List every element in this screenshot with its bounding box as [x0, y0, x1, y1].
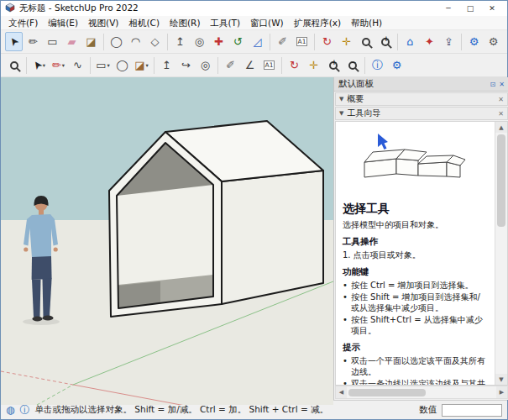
zoom-icon: [362, 38, 370, 46]
line-alt-button[interactable]: ✏▾: [50, 55, 67, 75]
model-info-button[interactable]: ⓘ: [369, 55, 386, 75]
scroll-up-icon[interactable]: ▲: [495, 122, 507, 133]
menu-help[interactable]: 帮助(H): [346, 16, 387, 29]
paint-bucket-button[interactable]: ◪: [82, 32, 100, 51]
settings-icon: ⚙: [392, 60, 402, 71]
protractor-button[interactable]: ∠: [241, 55, 259, 75]
preferences-button[interactable]: ⚙: [484, 32, 502, 51]
move-button[interactable]: ✚: [210, 32, 228, 51]
freehand-button[interactable]: ∿: [69, 55, 86, 75]
text-button[interactable]: A1: [260, 55, 278, 75]
paint-bucket-alt-icon: ◪: [134, 60, 144, 71]
scroll-left-icon[interactable]: ◀: [336, 386, 347, 398]
eraser-button[interactable]: ▰: [63, 32, 81, 51]
menu-window[interactable]: 窗口(W): [245, 16, 289, 29]
scrollbar-thumb-horizontal[interactable]: [348, 389, 426, 396]
rectangle-alt-button[interactable]: ▭▾: [94, 55, 112, 75]
tape-measure-button[interactable]: ✐: [274, 32, 291, 51]
offset-alt-button[interactable]: ◎: [196, 55, 214, 75]
zoom-extents-button[interactable]: +: [376, 32, 394, 51]
pan-alt-button[interactable]: ✛: [305, 55, 322, 75]
title-bar: 无标题 - SketchUp Pro 2022 ─ □ ✕: [1, 1, 507, 16]
push-pull-alt-button[interactable]: ↥: [158, 55, 175, 75]
menu-camera[interactable]: 相机(C): [123, 16, 165, 29]
send-to-layout-button[interactable]: ⇪: [440, 32, 458, 51]
three-d-warehouse-button[interactable]: ⌂: [401, 32, 419, 51]
scale-button[interactable]: ◿: [249, 32, 266, 51]
rotate-button[interactable]: ↺: [229, 32, 247, 51]
toolbar-separator: [397, 34, 398, 50]
offset-button[interactable]: ◎: [191, 32, 208, 51]
orbit-button[interactable]: ↻: [318, 32, 336, 51]
menu-edit[interactable]: 编辑(E): [43, 16, 83, 29]
collapse-arrow-icon[interactable]: ▼: [339, 110, 343, 117]
zoom-out-button[interactable]: −: [343, 55, 361, 75]
horizontal-scrollbar[interactable]: ◀ ▶: [335, 386, 508, 399]
geolocation-icon[interactable]: ◍: [6, 405, 14, 415]
toolbar-separator: [154, 57, 154, 74]
zoom-window-button[interactable]: [5, 55, 23, 75]
zoom-button[interactable]: [357, 32, 374, 51]
instructor-item: •双击一个平面以选定该平面及其所有边线。: [343, 355, 488, 377]
section-summary-close-icon[interactable]: ✕: [498, 96, 504, 103]
paint-bucket-alt-button[interactable]: ◪▾: [133, 55, 150, 75]
zoom-in-button[interactable]: +: [324, 55, 342, 75]
orbit-alt-button[interactable]: ↻: [285, 55, 303, 75]
tape-measure-alt-icon: ✐: [226, 60, 235, 71]
model-info-icon: ⓘ: [372, 60, 383, 71]
extension-warehouse-button[interactable]: ✦: [421, 32, 438, 51]
text-icon: A1: [264, 60, 275, 70]
section-summary[interactable]: ▼ 概要 ✕: [335, 92, 508, 106]
measurements-input[interactable]: [442, 404, 502, 417]
info-icon[interactable]: ⓘ: [19, 405, 29, 415]
section-instructor-close-icon[interactable]: ✕: [498, 110, 504, 118]
rectangle-button[interactable]: ▭: [44, 32, 61, 51]
vertical-scrollbar[interactable]: ▲ ▼: [495, 122, 507, 385]
pan-button[interactable]: ✛: [338, 32, 355, 51]
figure-shoe-left: [33, 317, 43, 322]
section-summary-label: 概要: [347, 93, 364, 105]
scroll-down-icon[interactable]: ▼: [495, 374, 507, 385]
rectangle-alt-dropdown-icon[interactable]: ▾: [107, 62, 110, 69]
panel-close-icon[interactable]: ✕: [499, 81, 505, 88]
offset-alt-icon: ◎: [201, 60, 210, 71]
select-alt-button[interactable]: ➤▾: [30, 55, 48, 75]
push-pull-button[interactable]: ↥: [171, 32, 189, 51]
pan-alt-icon: ✛: [309, 60, 318, 71]
instructor-item: •按住 Ctrl = 增加项目到选择集。: [343, 280, 488, 291]
maximize-button[interactable]: □: [459, 1, 481, 16]
follow-me-button[interactable]: ↪: [177, 55, 195, 75]
line-button[interactable]: ✏: [24, 32, 42, 51]
menu-draw[interactable]: 绘图(R): [165, 16, 206, 29]
close-button[interactable]: ✕: [481, 1, 503, 16]
settings-button[interactable]: ⚙: [388, 55, 406, 75]
scroll-right-icon[interactable]: ▶: [496, 386, 507, 398]
viewport-canvas[interactable]: [1, 77, 333, 405]
instructor-house-drawing: [353, 129, 479, 196]
circle-alt-button[interactable]: ◯: [113, 55, 131, 75]
polygon-icon: ◇: [151, 36, 160, 47]
panel-pin-icon[interactable]: ⊡: [490, 81, 496, 88]
section-instructor[interactable]: ▼ 工具向导 ✕: [335, 107, 508, 120]
offset-icon: ◎: [195, 36, 204, 47]
rotate-icon: ↺: [233, 36, 243, 47]
collapse-arrow-icon[interactable]: ▼: [339, 96, 343, 102]
extension-manager-button[interactable]: ⚙: [465, 32, 483, 51]
menu-tools[interactable]: 工具(T): [205, 16, 245, 29]
select-button[interactable]: ➤: [5, 32, 23, 51]
menu-file[interactable]: 文件(F): [3, 16, 43, 29]
paint-bucket-alt-dropdown-icon[interactable]: ▾: [146, 62, 149, 69]
scrollbar-thumb[interactable]: [497, 134, 505, 227]
tape-measure-alt-button[interactable]: ✐: [222, 55, 239, 75]
instructor-illustration: [343, 126, 488, 198]
arc-button[interactable]: ◠: [127, 32, 144, 51]
dimension-text-button[interactable]: A1: [293, 32, 311, 51]
menu-bar: 文件(F)编辑(E)视图(V)相机(C)绘图(R)工具(T)窗口(W)扩展程序(…: [1, 16, 507, 30]
circle-alt-icon: ◯: [116, 60, 128, 71]
polygon-button[interactable]: ◇: [146, 32, 164, 51]
menu-extensions[interactable]: 扩展程序(x): [289, 16, 346, 29]
line-alt-dropdown-icon[interactable]: ▾: [62, 62, 65, 69]
menu-view[interactable]: 视图(V): [83, 16, 123, 29]
circle-button[interactable]: ◯: [107, 32, 125, 51]
minimize-button[interactable]: ─: [437, 1, 459, 16]
